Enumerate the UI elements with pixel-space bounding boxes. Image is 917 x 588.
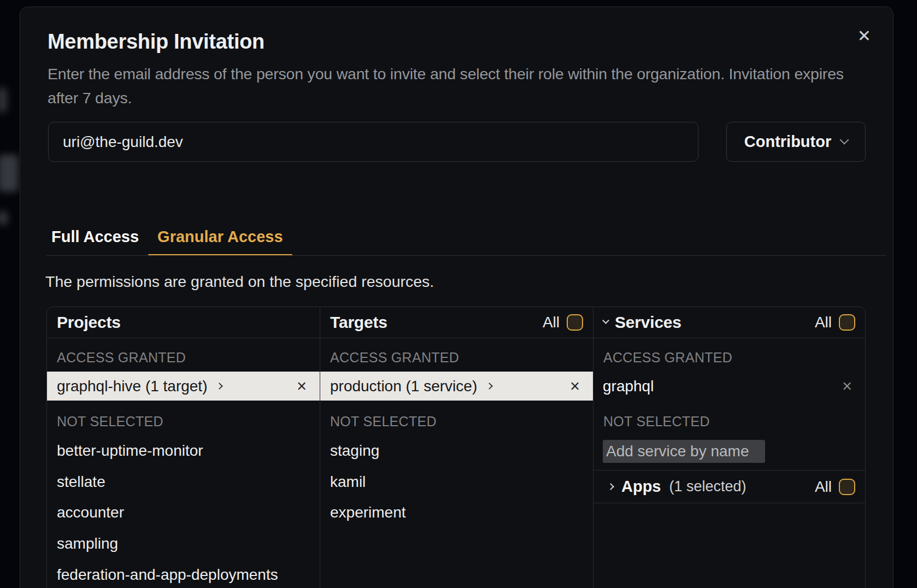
not-selected-label: NOT SELECTED: [57, 414, 163, 430]
projects-column: Projects ACCESS GRANTED graphql-hive (1 …: [47, 307, 320, 588]
list-item[interactable]: experiment: [320, 497, 593, 528]
remove-project-icon[interactable]: ×: [297, 378, 307, 395]
not-selected-label: NOT SELECTED: [330, 414, 437, 430]
targets-all-checkbox[interactable]: [567, 314, 583, 331]
apps-all: All: [815, 478, 855, 496]
list-item[interactable]: federation-and-app-deployments: [47, 559, 320, 588]
membership-invitation-dialog: ✕ Membership Invitation Enter the email …: [20, 7, 894, 588]
services-all-checkbox[interactable]: [839, 314, 855, 331]
targets-all: All: [543, 314, 583, 331]
targets-title: Targets: [330, 313, 387, 332]
services-all-label: All: [815, 314, 832, 331]
role-dropdown[interactable]: Contributor: [726, 122, 866, 162]
tab-full-access[interactable]: Full Access: [42, 228, 148, 255]
tab-granular-access[interactable]: Granular Access: [148, 228, 292, 255]
apps-all-checkbox[interactable]: [839, 479, 855, 495]
access-granted-label: ACCESS GRANTED: [330, 350, 459, 366]
add-service-input[interactable]: [603, 440, 765, 463]
remove-target-icon[interactable]: ×: [570, 378, 580, 395]
apps-row[interactable]: Apps (1 selected) All: [593, 470, 865, 503]
resources-grid: Projects ACCESS GRANTED graphql-hive (1 …: [46, 307, 866, 588]
list-item[interactable]: kamil: [320, 467, 593, 498]
access-tabs: Full Access Granular Access: [42, 228, 292, 255]
services-column: Services All ACCESS GRANTED graphql × NO…: [593, 307, 865, 588]
dialog-title: Membership Invitation: [48, 30, 264, 54]
services-header: Services All: [593, 307, 865, 338]
selected-project-row[interactable]: graphql-hive (1 target) ×: [47, 372, 320, 401]
background-blur-blob: [0, 87, 7, 113]
dialog-description: Enter the email address of the person yo…: [48, 62, 869, 110]
list-item[interactable]: staging: [320, 436, 593, 467]
chevron-right-icon: [216, 383, 224, 390]
list-item[interactable]: better-uptime-monitor: [47, 436, 320, 467]
access-granted-label: ACCESS GRANTED: [603, 350, 732, 366]
projects-list: better-uptime-monitor stellate accounter…: [47, 436, 320, 588]
targets-column: Targets All ACCESS GRANTED production (1…: [320, 307, 593, 588]
services-title: Services: [615, 313, 681, 332]
background-blur-blob: [0, 211, 8, 225]
permissions-note: The permissions are granted on the speci…: [45, 273, 434, 291]
services-all: All: [815, 314, 855, 331]
selected-target-label: production (1 service): [330, 378, 477, 395]
targets-list: staging kamil experiment: [320, 436, 593, 528]
tabs-divider: [46, 255, 886, 256]
apps-label: Apps: [621, 478, 661, 496]
projects-header: Projects: [47, 307, 320, 338]
selected-target-row[interactable]: production (1 service) ×: [320, 372, 593, 401]
background-blur-blob: [0, 155, 19, 192]
remove-service-icon[interactable]: ×: [842, 378, 852, 395]
list-item[interactable]: sampling: [47, 528, 320, 560]
chevron-right-icon: [486, 383, 493, 390]
granted-service-label: graphql: [603, 378, 654, 395]
list-item[interactable]: accounter: [47, 497, 320, 528]
list-item[interactable]: stellate: [47, 467, 320, 498]
chevron-down-icon: [840, 136, 849, 145]
not-selected-label: NOT SELECTED: [603, 414, 710, 430]
granted-service-row[interactable]: graphql ×: [593, 372, 865, 401]
selected-project-label: graphql-hive (1 target): [57, 378, 207, 395]
chevron-right-icon: [607, 483, 614, 490]
role-dropdown-value: Contributor: [744, 133, 831, 151]
apps-selected-count: (1 selected): [669, 478, 746, 495]
apps-all-label: All: [815, 478, 832, 496]
chevron-down-icon[interactable]: [602, 317, 609, 324]
projects-title: Projects: [57, 313, 121, 332]
access-granted-label: ACCESS GRANTED: [57, 350, 186, 366]
close-icon[interactable]: ✕: [857, 28, 871, 44]
targets-header: Targets All: [320, 307, 593, 338]
targets-all-label: All: [543, 314, 560, 331]
invite-email-input[interactable]: [48, 122, 698, 162]
